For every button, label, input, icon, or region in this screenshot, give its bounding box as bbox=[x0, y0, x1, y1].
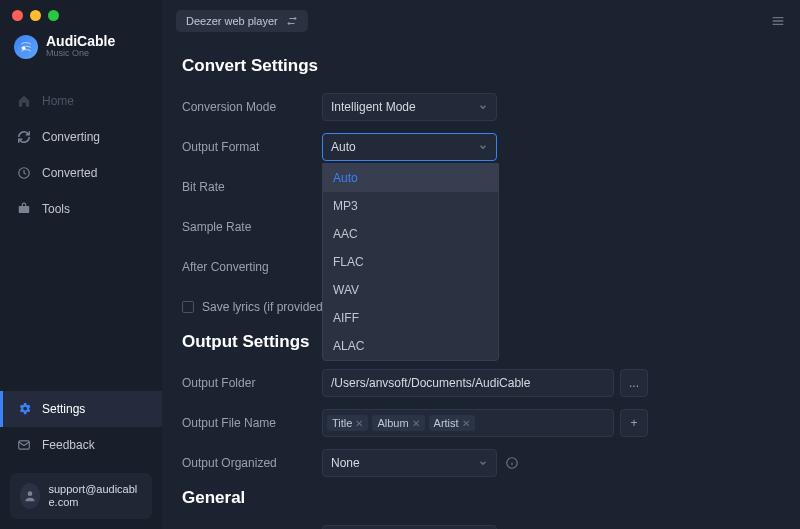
remove-tag-icon[interactable]: ✕ bbox=[462, 418, 470, 429]
save-lyrics-checkbox[interactable]: Save lyrics (if provided) bbox=[182, 300, 327, 314]
source-selector[interactable]: Deezer web player bbox=[176, 10, 308, 32]
feedback-icon bbox=[16, 437, 32, 453]
sidebar-item-converting[interactable]: Converting bbox=[0, 119, 162, 155]
chevron-down-icon bbox=[478, 102, 488, 112]
conversion-mode-select[interactable]: Intelligent Mode bbox=[322, 93, 497, 121]
header: Deezer web player bbox=[162, 0, 800, 42]
sidebar-item-label: Converted bbox=[42, 166, 97, 180]
converting-icon bbox=[16, 129, 32, 145]
input-value: /Users/anvsoft/Documents/AudiCable bbox=[331, 376, 530, 390]
row-output-file-name: Output File Name Title✕ Album✕ Artist✕ + bbox=[182, 408, 780, 438]
sidebar-item-label: Feedback bbox=[42, 438, 95, 452]
tag-label: Title bbox=[332, 417, 352, 429]
label-output-folder: Output Folder bbox=[182, 376, 322, 390]
sidebar-item-label: Settings bbox=[42, 402, 85, 416]
tag-label: Album bbox=[377, 417, 408, 429]
avatar-icon bbox=[20, 483, 40, 509]
file-name-tags-input[interactable]: Title✕ Album✕ Artist✕ bbox=[322, 409, 614, 437]
svg-point-0 bbox=[22, 46, 26, 50]
dropdown-option[interactable]: Auto bbox=[323, 164, 498, 192]
main: Deezer web player Convert Settings Conve… bbox=[162, 0, 800, 529]
info-icon[interactable] bbox=[505, 456, 519, 470]
row-output-organized: Output Organized None bbox=[182, 448, 780, 478]
output-organized-select[interactable]: None bbox=[322, 449, 497, 477]
user-email: support@audicable.com bbox=[48, 483, 142, 509]
row-appearance: Appearance Dark bbox=[182, 524, 780, 529]
svg-rect-2 bbox=[19, 206, 30, 213]
remove-tag-icon[interactable]: ✕ bbox=[355, 418, 363, 429]
checkbox-label: Save lyrics (if provided) bbox=[202, 300, 327, 314]
dropdown-option[interactable]: AIFF bbox=[323, 304, 498, 332]
label-output-organized: Output Organized bbox=[182, 456, 322, 470]
app-logo-icon bbox=[14, 35, 38, 59]
sidebar-item-home[interactable]: Home bbox=[0, 83, 162, 119]
maximize-window-button[interactable] bbox=[48, 10, 59, 21]
dropdown-option[interactable]: WAV bbox=[323, 276, 498, 304]
minimize-window-button[interactable] bbox=[30, 10, 41, 21]
label-output-format: Output Format bbox=[182, 140, 322, 154]
filename-tag[interactable]: Artist✕ bbox=[429, 415, 475, 431]
sidebar-item-tools[interactable]: Tools bbox=[0, 191, 162, 227]
label-bit-rate: Bit Rate bbox=[182, 180, 322, 194]
row-output-format: Output Format Auto Auto MP3 AAC FLAC WAV… bbox=[182, 132, 780, 162]
label-output-file-name: Output File Name bbox=[182, 416, 322, 430]
hamburger-menu-button[interactable] bbox=[770, 13, 786, 29]
remove-tag-icon[interactable]: ✕ bbox=[412, 418, 420, 429]
output-format-dropdown: Auto MP3 AAC FLAC WAV AIFF ALAC bbox=[322, 163, 499, 361]
select-value: Auto bbox=[331, 140, 356, 154]
content: Convert Settings Conversion Mode Intelli… bbox=[162, 42, 800, 529]
dropdown-option[interactable]: AAC bbox=[323, 220, 498, 248]
filename-tag[interactable]: Title✕ bbox=[327, 415, 368, 431]
chevron-down-icon bbox=[478, 458, 488, 468]
close-window-button[interactable] bbox=[12, 10, 23, 21]
browse-folder-button[interactable]: ... bbox=[620, 369, 648, 397]
select-value: Intelligent Mode bbox=[331, 100, 416, 114]
svg-point-4 bbox=[28, 491, 33, 496]
row-output-folder: Output Folder /Users/anvsoft/Documents/A… bbox=[182, 368, 780, 398]
app-title: AudiCable bbox=[46, 34, 115, 49]
sidebar-item-label: Home bbox=[42, 94, 74, 108]
gear-icon bbox=[16, 401, 32, 417]
label-after-converting: After Converting bbox=[182, 260, 322, 274]
sidebar-item-label: Tools bbox=[42, 202, 70, 216]
more-icon: ... bbox=[629, 376, 639, 390]
add-tag-button[interactable]: + bbox=[620, 409, 648, 437]
tag-label: Artist bbox=[434, 417, 459, 429]
output-format-select[interactable]: Auto Auto MP3 AAC FLAC WAV AIFF ALAC bbox=[322, 133, 497, 161]
checkbox-icon bbox=[182, 301, 194, 313]
section-title-general: General bbox=[182, 488, 780, 508]
nav-bottom: Settings Feedback bbox=[0, 391, 162, 463]
nav: Home Converting Converted Tools bbox=[0, 83, 162, 227]
dropdown-option[interactable]: ALAC bbox=[323, 332, 498, 360]
app-subtitle: Music One bbox=[46, 49, 115, 59]
sidebar: AudiCable Music One Home Converting Conv… bbox=[0, 0, 162, 529]
output-folder-input[interactable]: /Users/anvsoft/Documents/AudiCable bbox=[322, 369, 614, 397]
sidebar-item-feedback[interactable]: Feedback bbox=[0, 427, 162, 463]
row-conversion-mode: Conversion Mode Intelligent Mode bbox=[182, 92, 780, 122]
user-card[interactable]: support@audicable.com bbox=[10, 473, 152, 519]
window-controls bbox=[12, 10, 59, 21]
brand: AudiCable Music One bbox=[0, 30, 162, 75]
sidebar-item-label: Converting bbox=[42, 130, 100, 144]
dropdown-option[interactable]: MP3 bbox=[323, 192, 498, 220]
appearance-select[interactable]: Dark bbox=[322, 525, 497, 529]
label-sample-rate: Sample Rate bbox=[182, 220, 322, 234]
select-value: None bbox=[331, 456, 360, 470]
source-label: Deezer web player bbox=[186, 15, 278, 27]
label-conversion-mode: Conversion Mode bbox=[182, 100, 322, 114]
app-window: AudiCable Music One Home Converting Conv… bbox=[0, 0, 800, 529]
section-title-convert: Convert Settings bbox=[182, 56, 780, 76]
swap-icon bbox=[286, 15, 298, 27]
converted-icon bbox=[16, 165, 32, 181]
sidebar-item-converted[interactable]: Converted bbox=[0, 155, 162, 191]
dropdown-option[interactable]: FLAC bbox=[323, 248, 498, 276]
tools-icon bbox=[16, 201, 32, 217]
filename-tag[interactable]: Album✕ bbox=[372, 415, 424, 431]
sidebar-item-settings[interactable]: Settings bbox=[0, 391, 162, 427]
home-icon bbox=[16, 93, 32, 109]
chevron-down-icon bbox=[478, 142, 488, 152]
plus-icon: + bbox=[630, 416, 637, 430]
